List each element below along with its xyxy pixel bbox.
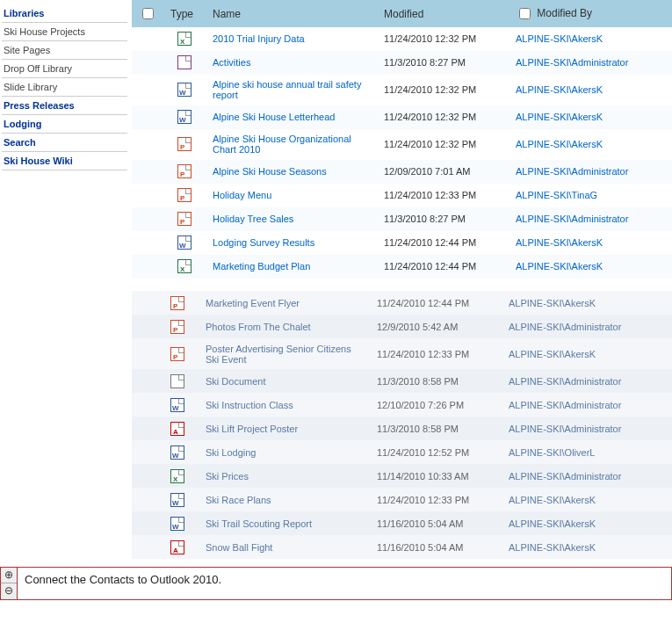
- document-link[interactable]: Poster Advertising Senior Citizens Ski E…: [206, 344, 351, 365]
- modified-cell: 11/24/2010 12:32 PM: [377, 27, 509, 51]
- user-link[interactable]: ALPINE-SKI\Administrator: [509, 400, 621, 410]
- sidebar-item-search[interactable]: Search: [2, 134, 127, 152]
- document-link[interactable]: Holiday Tree Sales: [213, 214, 293, 224]
- xlsx-file-icon: [177, 32, 191, 46]
- document-link[interactable]: Snow Ball Fight: [206, 542, 272, 553]
- user-link[interactable]: ALPINE-SKI\AkersK: [516, 33, 603, 44]
- zoom-out-button[interactable]: ⊖: [1, 583, 17, 599]
- user-link[interactable]: ALPINE-SKI\AkersK: [516, 112, 603, 122]
- document-link[interactable]: Marketing Budget Plan: [213, 261, 310, 272]
- document-link[interactable]: Marketing Event Flyer: [206, 298, 300, 308]
- modified-by-cell: ALPINE-SKI\AkersK: [502, 338, 672, 369]
- sidebar-item-lodging[interactable]: Lodging: [2, 115, 127, 134]
- user-link[interactable]: ALPINE-SKI\AkersK: [509, 349, 596, 359]
- sidebar-item-site-pages[interactable]: Site Pages: [2, 41, 127, 60]
- modified-by-cell: ALPINE-SKI\AkersK: [502, 535, 672, 559]
- file-type-cell: [163, 207, 206, 231]
- table-row[interactable]: Lodging Survey Results11/24/2010 12:44 P…: [132, 231, 672, 255]
- user-link[interactable]: ALPINE-SKI\OliverL: [509, 447, 595, 458]
- table-row[interactable]: Poster Advertising Senior Citizens Ski E…: [132, 338, 672, 369]
- sidebar-item-libraries[interactable]: Libraries: [2, 4, 127, 23]
- table-row[interactable]: Ski Document11/3/2010 8:58 PMALPINE-SKI\…: [132, 369, 672, 393]
- document-link[interactable]: Activities: [213, 57, 250, 68]
- document-link[interactable]: Ski Instruction Class: [206, 400, 293, 410]
- user-link[interactable]: ALPINE-SKI\AkersK: [509, 542, 596, 553]
- file-type-cell: [156, 393, 199, 417]
- pptx-file-icon: [177, 188, 191, 202]
- modified-cell: 11/14/2010 10:33 AM: [370, 464, 502, 488]
- file-type-cell: [163, 184, 206, 207]
- table-row[interactable]: Alpine ski house annual trail safety rep…: [132, 75, 672, 105]
- table-row[interactable]: 2010 Trial Injury Data11/24/2010 12:32 P…: [132, 27, 672, 51]
- table-row[interactable]: Ski Lodging11/24/2010 12:52 PMALPINE-SKI…: [132, 440, 672, 464]
- document-link[interactable]: Holiday Menu: [213, 190, 271, 200]
- user-link[interactable]: ALPINE-SKI\Administrator: [516, 166, 628, 177]
- table-row[interactable]: Alpine Ski House Organizational Chart 20…: [132, 129, 672, 160]
- sidebar-item-drop-off-library[interactable]: Drop Off Library: [2, 60, 127, 78]
- modified-cell: 11/24/2010 12:44 PM: [370, 291, 502, 315]
- column-header-modifiedby[interactable]: Modified By: [509, 0, 672, 27]
- file-type-cell: [163, 27, 206, 51]
- user-link[interactable]: ALPINE-SKI\Administrator: [509, 424, 621, 434]
- select-all-checkbox[interactable]: [142, 8, 154, 19]
- column-header-name[interactable]: Name: [206, 0, 377, 27]
- file-type-cell: [163, 105, 206, 129]
- document-link[interactable]: Alpine Ski House Organizational Chart 20…: [213, 134, 351, 155]
- sidebar-item-slide-library[interactable]: Slide Library: [2, 78, 127, 97]
- document-link[interactable]: Lodging Survey Results: [213, 237, 314, 248]
- document-link[interactable]: Ski Prices: [206, 471, 249, 482]
- table-row[interactable]: Ski Race Plans11/24/2010 12:33 PMALPINE-…: [132, 488, 672, 511]
- table-row[interactable]: Marketing Budget Plan11/24/2010 12:44 PM…: [132, 255, 672, 279]
- user-link[interactable]: ALPINE-SKI\Administrator: [509, 322, 621, 332]
- sidebar-item-press-releases[interactable]: Press Releases: [2, 97, 127, 115]
- file-type-cell: [163, 231, 206, 255]
- user-link[interactable]: ALPINE-SKI\AkersK: [509, 518, 596, 529]
- column-header-modified[interactable]: Modified: [377, 0, 509, 27]
- document-link[interactable]: Ski Lift Project Poster: [206, 424, 298, 434]
- user-link[interactable]: ALPINE-SKI\AkersK: [516, 139, 603, 149]
- user-link[interactable]: ALPINE-SKI\AkersK: [509, 495, 596, 505]
- sidebar-item-ski-house-projects[interactable]: Ski House Projects: [2, 23, 127, 41]
- user-link[interactable]: ALPINE-SKI\AkersK: [516, 84, 603, 95]
- document-link[interactable]: Alpine Ski House Seasons: [213, 166, 327, 177]
- user-link[interactable]: ALPINE-SKI\Administrator: [516, 57, 628, 68]
- table-row[interactable]: Alpine Ski House Seasons12/09/2010 7:01 …: [132, 160, 672, 184]
- document-link[interactable]: Ski Race Plans: [206, 495, 271, 505]
- table-row[interactable]: Ski Prices11/14/2010 10:33 AMALPINE-SKI\…: [132, 464, 672, 488]
- user-link[interactable]: ALPINE-SKI\AkersK: [516, 261, 603, 272]
- row-checkbox-cell: [132, 105, 163, 129]
- sidebar-item-ski-house-wiki[interactable]: Ski House Wiki: [2, 152, 127, 170]
- document-link[interactable]: 2010 Trial Injury Data: [213, 33, 305, 44]
- user-link[interactable]: ALPINE-SKI\Administrator: [509, 471, 621, 482]
- user-link[interactable]: ALPINE-SKI\AkersK: [516, 237, 603, 248]
- modified-by-cell: ALPINE-SKI\Administrator: [509, 160, 672, 184]
- table-row[interactable]: Ski Instruction Class12/10/2010 7:26 PMA…: [132, 393, 672, 417]
- modified-by-cell: ALPINE-SKI\OliverL: [502, 440, 672, 464]
- table-row[interactable]: Photos From The Chalet12/9/2010 5:42 AMA…: [132, 315, 672, 338]
- table-row[interactable]: Holiday Menu11/24/2010 12:33 PMALPINE-SK…: [132, 184, 672, 207]
- modified-cell: 12/09/2010 7:01 AM: [377, 160, 509, 184]
- modifiedby-filter-checkbox[interactable]: [519, 8, 531, 19]
- user-link[interactable]: ALPINE-SKI\Administrator: [516, 214, 628, 224]
- table-row[interactable]: Marketing Event Flyer11/24/2010 12:44 PM…: [132, 291, 672, 315]
- document-link[interactable]: Alpine Ski House Letterhead: [213, 112, 335, 122]
- document-link[interactable]: Ski Document: [206, 376, 265, 387]
- document-link[interactable]: Ski Lodging: [206, 447, 257, 458]
- column-header-type[interactable]: Type: [163, 0, 206, 27]
- table-row[interactable]: Holiday Tree Sales11/3/2010 8:27 PMALPIN…: [132, 207, 672, 231]
- user-link[interactable]: ALPINE-SKI\TinaG: [516, 190, 597, 200]
- table-row[interactable]: Activities11/3/2010 8:27 PMALPINE-SKI\Ad…: [132, 51, 672, 75]
- document-link[interactable]: Photos From The Chalet: [206, 322, 311, 332]
- table-row[interactable]: Snow Ball Fight11/16/2010 5:04 AMALPINE-…: [132, 535, 672, 559]
- table-row[interactable]: Ski Lift Project Poster11/3/2010 8:58 PM…: [132, 417, 672, 440]
- user-link[interactable]: ALPINE-SKI\AkersK: [509, 298, 596, 308]
- user-link[interactable]: ALPINE-SKI\Administrator: [509, 376, 621, 387]
- zoom-in-button[interactable]: ⊕: [1, 568, 17, 583]
- table-row[interactable]: Alpine Ski House Letterhead11/24/2010 12…: [132, 105, 672, 129]
- modified-by-cell: ALPINE-SKI\Administrator: [502, 369, 672, 393]
- document-link[interactable]: Ski Trail Scouting Report: [206, 518, 312, 529]
- document-link[interactable]: Alpine ski house annual trail safety rep…: [213, 79, 361, 100]
- file-type-cell: [156, 464, 199, 488]
- table-row[interactable]: Ski Trail Scouting Report11/16/2010 5:04…: [132, 511, 672, 535]
- modified-cell: 11/3/2010 8:27 PM: [377, 207, 509, 231]
